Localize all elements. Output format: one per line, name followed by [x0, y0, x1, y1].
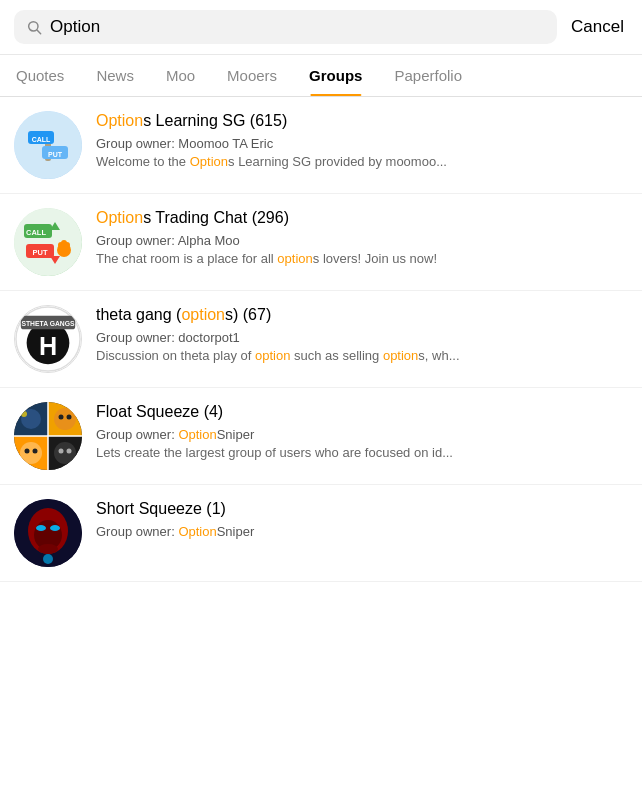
cancel-button[interactable]: Cancel: [567, 17, 628, 37]
group-info: Options Learning SG (615) Group owner: M…: [96, 111, 628, 169]
group-desc: Welcome to the Options Learning SG provi…: [96, 154, 586, 169]
group-info: Float Squeeze (4) Group owner: OptionSni…: [96, 402, 628, 460]
group-title: Options Learning SG (615): [96, 111, 628, 132]
avatar: [14, 402, 82, 470]
title-highlight: Option: [96, 209, 143, 226]
svg-point-47: [43, 554, 53, 564]
group-list: CALL PUT Options Learning SG (615) Group…: [0, 97, 642, 582]
svg-point-44: [36, 525, 46, 531]
group-item[interactable]: CALL PUT Options Learning SG (615) Group…: [0, 97, 642, 194]
search-input-wrapper[interactable]: [14, 10, 557, 44]
avatar: CALL PUT: [14, 208, 82, 276]
svg-point-32: [20, 442, 42, 464]
group-item[interactable]: Short Squeeze (1) Group owner: OptionSni…: [0, 485, 642, 582]
group-desc: Lets create the largest group of users w…: [96, 445, 586, 460]
group-item[interactable]: H STHETA GANGS theta gang (options) (67)…: [0, 291, 642, 388]
svg-point-8: [14, 208, 82, 276]
tabs-bar: Quotes News Moo Mooers Groups Paperfolio: [0, 55, 642, 97]
svg-text:CALL: CALL: [32, 136, 51, 143]
group-owner: Group owner: OptionSniper: [96, 524, 628, 539]
svg-point-36: [54, 442, 76, 464]
svg-point-26: [21, 411, 27, 417]
tab-groups[interactable]: Groups: [293, 55, 378, 96]
svg-point-29: [59, 415, 64, 420]
search-input[interactable]: [50, 17, 545, 37]
group-title: Options Trading Chat (296): [96, 208, 628, 229]
svg-line-1: [37, 30, 41, 34]
title-highlight: Option: [96, 112, 143, 129]
group-title: Short Squeeze (1): [96, 499, 628, 520]
group-owner: Group owner: Alpha Moo: [96, 233, 628, 248]
svg-point-18: [61, 240, 67, 246]
svg-point-28: [54, 408, 76, 430]
group-item[interactable]: Float Squeeze (4) Group owner: OptionSni…: [0, 388, 642, 485]
group-item[interactable]: CALL PUT Options Trading Chat (296) Grou…: [0, 194, 642, 291]
title-before: theta gang (: [96, 306, 181, 323]
tab-moo[interactable]: Moo: [150, 55, 211, 96]
title-highlight: option: [181, 306, 225, 323]
tab-news[interactable]: News: [80, 55, 150, 96]
group-title: theta gang (options) (67): [96, 305, 628, 326]
group-title: Float Squeeze (4): [96, 402, 628, 423]
title-rest: s Trading Chat (296): [143, 209, 289, 226]
group-desc: The chat room is a place for all options…: [96, 251, 586, 266]
svg-text:PUT: PUT: [33, 248, 48, 257]
group-owner: Group owner: doctorpot1: [96, 330, 628, 345]
group-info: Options Trading Chat (296) Group owner: …: [96, 208, 628, 266]
avatar: CALL PUT: [14, 111, 82, 179]
avatar: H STHETA GANGS: [14, 305, 82, 373]
svg-text:CALL: CALL: [26, 228, 46, 237]
group-owner: Group owner: OptionSniper: [96, 427, 628, 442]
title-after: s) (67): [225, 306, 271, 323]
group-info: theta gang (options) (67) Group owner: d…: [96, 305, 628, 363]
tab-quotes[interactable]: Quotes: [0, 55, 80, 96]
tab-mooers[interactable]: Mooers: [211, 55, 293, 96]
svg-point-34: [33, 449, 38, 454]
group-info: Short Squeeze (1) Group owner: OptionSni…: [96, 499, 628, 542]
svg-point-38: [67, 449, 72, 454]
group-owner: Group owner: Moomoo TA Eric: [96, 136, 628, 151]
title-rest: s Learning SG (615): [143, 112, 287, 129]
svg-text:H: H: [39, 332, 57, 360]
svg-point-30: [67, 415, 72, 420]
search-icon: [26, 19, 42, 35]
avatar: [14, 499, 82, 567]
search-bar: Cancel: [0, 0, 642, 55]
tab-paperfolio[interactable]: Paperfolio: [378, 55, 478, 96]
svg-point-37: [59, 449, 64, 454]
svg-point-46: [38, 544, 58, 554]
svg-text:PUT: PUT: [48, 151, 63, 158]
svg-point-33: [25, 449, 30, 454]
svg-point-45: [50, 525, 60, 531]
group-desc: Discussion on theta play of option such …: [96, 348, 586, 363]
svg-text:STHETA GANGS: STHETA GANGS: [21, 320, 75, 327]
